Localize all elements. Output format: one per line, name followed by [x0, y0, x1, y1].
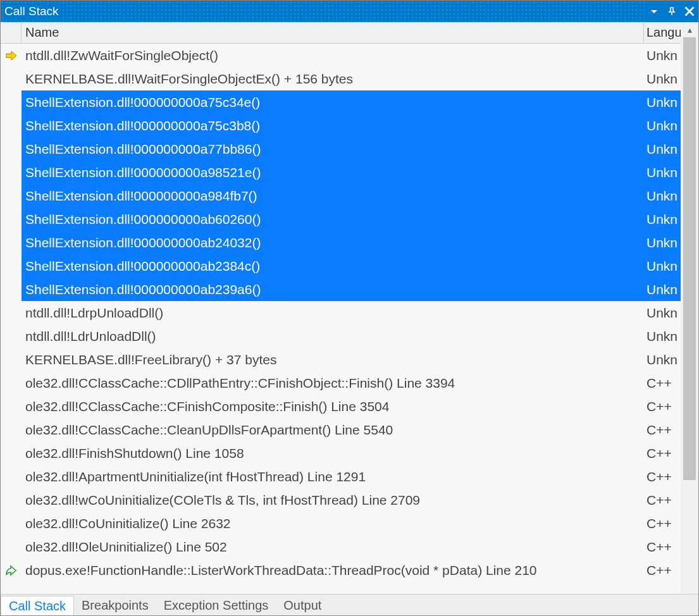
pin-button[interactable]: [663, 1, 681, 22]
callstack-frame[interactable]: ShellExtension.dll!000000000a984fb7()Unk…: [1, 184, 681, 207]
return-frame-icon: [1, 558, 22, 582]
callstack-frame[interactable]: ole32.dll!CoUninitialize() Line 2632C++: [1, 512, 681, 535]
window-options-dropdown[interactable]: [645, 1, 663, 22]
frame-language: Unkn: [644, 212, 681, 227]
frame-language: Unkn: [644, 352, 681, 367]
frame-gutter: [1, 184, 22, 207]
callstack-grid: Name Langu ntdll.dll!ZwWaitForSingleObje…: [1, 22, 681, 594]
frame-gutter: [1, 67, 22, 90]
callstack-frame[interactable]: ole32.dll!FinishShutdown() Line 1058C++: [1, 441, 681, 465]
tab-output[interactable]: Output: [276, 596, 329, 615]
window-title: Call Stack: [4, 4, 63, 18]
frame-gutter: [1, 371, 22, 395]
frame-name: ole32.dll!CClassCache::CDllPathEntry::CF…: [22, 376, 644, 391]
frame-language: Unkn: [644, 95, 681, 110]
frame-name: ShellExtension.dll!000000000a75c3b8(): [22, 118, 644, 133]
frame-gutter: [1, 161, 22, 184]
callstack-frame[interactable]: ShellExtension.dll!000000000ab2384c()Unk…: [1, 254, 681, 278]
frame-gutter: [1, 231, 22, 254]
callstack-frame[interactable]: ShellExtension.dll!000000000ab60260()Unk…: [1, 207, 681, 231]
frame-name: ShellExtension.dll!000000000ab24032(): [22, 235, 644, 250]
frame-name: ShellExtension.dll!000000000a75c34e(): [22, 95, 644, 110]
frame-name: ole32.dll!wCoUninitialize(COleTls & Tls,…: [22, 493, 644, 508]
callstack-frame[interactable]: ole32.dll!ApartmentUninitialize(int fHos…: [1, 465, 681, 488]
frame-name: ShellExtension.dll!000000000a77bb86(): [22, 142, 644, 157]
frame-name: ole32.dll!FinishShutdown() Line 1058: [22, 446, 644, 461]
scrollbar-thumb[interactable]: [683, 37, 696, 480]
frame-name: ShellExtension.dll!000000000ab239a6(): [22, 282, 644, 297]
callstack-frame[interactable]: ntdll.dll!LdrpUnloadDll()Unkn: [1, 301, 681, 324]
frame-language: C++: [644, 493, 681, 508]
column-header-name[interactable]: Name: [22, 22, 644, 43]
callstack-frame[interactable]: ShellExtension.dll!000000000a98521e()Unk…: [1, 161, 681, 184]
frame-gutter: [1, 465, 22, 488]
callstack-frame[interactable]: ShellExtension.dll!000000000a77bb86()Unk…: [1, 137, 681, 161]
frame-gutter: [1, 137, 22, 161]
frame-name: ole32.dll!CClassCache::CleanUpDllsForApa…: [22, 422, 644, 438]
frame-gutter: [1, 441, 22, 465]
frame-name: ole32.dll!ApartmentUninitialize(int fHos…: [22, 469, 644, 484]
column-header-language[interactable]: Langu: [644, 22, 681, 43]
frame-gutter: [1, 278, 22, 301]
tab-exception-settings[interactable]: Exception Settings: [156, 596, 276, 615]
callstack-frame[interactable]: ShellExtension.dll!000000000ab239a6()Unk…: [1, 278, 681, 301]
frame-name: ShellExtension.dll!000000000a98521e(): [22, 165, 644, 180]
frame-gutter: [1, 114, 22, 137]
frame-language: Unkn: [644, 71, 681, 87]
callstack-frame[interactable]: ntdll.dll!LdrUnloadDll()Unkn: [1, 324, 681, 348]
frame-language: Unkn: [644, 235, 681, 250]
frame-gutter: [1, 418, 22, 441]
frame-name: ShellExtension.dll!000000000ab2384c(): [22, 259, 644, 274]
frame-gutter: [1, 301, 22, 324]
callstack-frame[interactable]: ShellExtension.dll!000000000a75c34e()Unk…: [1, 90, 681, 114]
frame-name: ole32.dll!OleUninitialize() Line 502: [22, 539, 644, 555]
frame-gutter: [1, 512, 22, 535]
frame-language: Unkn: [644, 259, 681, 274]
frame-language: C++: [644, 399, 681, 414]
frame-gutter: [1, 488, 22, 512]
frame-language: C++: [644, 446, 681, 461]
callstack-frame[interactable]: KERNELBASE.dll!FreeLibrary() + 37 bytesU…: [1, 348, 681, 371]
frame-language: Unkn: [644, 48, 681, 63]
frame-language: Unkn: [644, 329, 681, 344]
frame-name: ShellExtension.dll!000000000a984fb7(): [22, 188, 644, 204]
frame-name: ole32.dll!CoUninitialize() Line 2632: [22, 516, 644, 531]
frame-gutter: [1, 207, 22, 231]
frame-language: Unkn: [644, 118, 681, 133]
frame-gutter: [1, 348, 22, 371]
callstack-frame[interactable]: ole32.dll!CClassCache::CDllPathEntry::CF…: [1, 371, 681, 395]
chevron-down-icon: [650, 7, 659, 16]
frame-gutter: [1, 90, 22, 114]
callstack-frame[interactable]: dopus.exe!FunctionHandle::ListerWorkThre…: [1, 558, 681, 582]
callstack-frame[interactable]: ntdll.dll!ZwWaitForSingleObject()Unkn: [1, 44, 681, 67]
callstack-frame[interactable]: ole32.dll!OleUninitialize() Line 502C++: [1, 535, 681, 558]
callstack-frame[interactable]: ShellExtension.dll!000000000a75c3b8()Unk…: [1, 114, 681, 137]
vertical-scrollbar[interactable]: ▴: [681, 22, 698, 594]
callstack-frame[interactable]: KERNELBASE.dll!WaitForSingleObjectEx() +…: [1, 67, 681, 90]
frame-language: C++: [644, 516, 681, 531]
frame-name: ntdll.dll!LdrUnloadDll(): [22, 329, 644, 344]
callstack-rows: ntdll.dll!ZwWaitForSingleObject()UnknKER…: [1, 44, 681, 594]
frame-gutter: [1, 324, 22, 348]
callstack-frame[interactable]: ole32.dll!wCoUninitialize(COleTls & Tls,…: [1, 488, 681, 512]
frame-language: C++: [644, 376, 681, 391]
frame-name: ntdll.dll!LdrpUnloadDll(): [22, 305, 644, 321]
frame-gutter: [1, 535, 22, 558]
frame-name: KERNELBASE.dll!FreeLibrary() + 37 bytes: [22, 352, 644, 367]
tab-call-stack[interactable]: Call Stack: [1, 596, 74, 616]
callstack-frame[interactable]: ole32.dll!CClassCache::CFinishComposite:…: [1, 395, 681, 418]
column-headers: Name Langu: [1, 22, 681, 44]
frame-language: C++: [644, 539, 681, 555]
close-icon: [684, 6, 695, 17]
callstack-frame[interactable]: ShellExtension.dll!000000000ab24032()Unk…: [1, 231, 681, 254]
tab-breakpoints[interactable]: Breakpoints: [74, 596, 156, 615]
frame-gutter: [1, 395, 22, 418]
scroll-up-icon[interactable]: ▴: [683, 23, 696, 36]
current-frame-icon: [1, 44, 22, 67]
callstack-frame[interactable]: ole32.dll!CClassCache::CleanUpDllsForApa…: [1, 418, 681, 441]
bottom-tabs: Call StackBreakpointsException SettingsO…: [1, 594, 698, 615]
titlebar: Call Stack: [1, 1, 698, 22]
frame-gutter: [1, 254, 22, 278]
close-button[interactable]: [681, 1, 698, 22]
frame-language: Unkn: [644, 142, 681, 157]
